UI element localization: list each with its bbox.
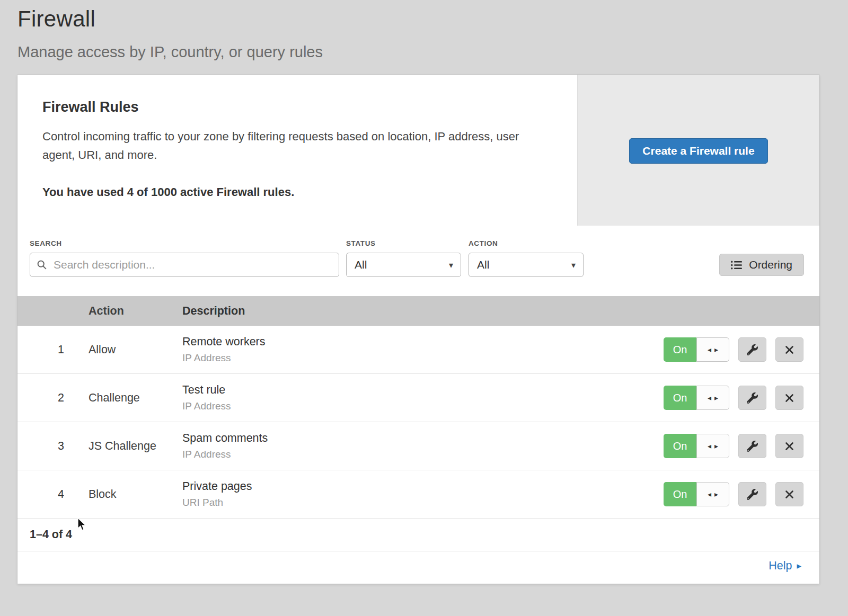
card-description: Control incoming traffic to your zone by… — [42, 127, 545, 164]
rule-action: Allow — [89, 343, 182, 356]
card-top-section: Firewall Rules Control incoming traffic … — [17, 75, 819, 226]
page-subtitle: Manage access by IP, country, or query r… — [17, 43, 831, 61]
edit-rule-button[interactable] — [738, 482, 766, 506]
wrench-icon — [747, 441, 758, 452]
table-row: 4 Block Private pages URI Path On ◂▸ — [17, 470, 819, 519]
rule-controls: On ◂▸ — [664, 482, 819, 506]
edit-rule-button[interactable] — [738, 337, 766, 362]
ordering-label: Ordering — [749, 258, 792, 271]
toggle-arrows-icon: ◂▸ — [696, 434, 729, 458]
edit-rule-button[interactable] — [738, 386, 766, 410]
help-arrow-icon: ▸ — [797, 560, 801, 572]
search-label: SEARCH — [30, 239, 339, 247]
rule-description: Private pages — [182, 480, 664, 493]
rule-match-type: IP Address — [182, 400, 664, 412]
rule-enabled-toggle[interactable]: On ◂▸ — [664, 386, 729, 410]
toggle-on-label: On — [664, 482, 696, 506]
firewall-page: Firewall Manage access by IP, country, o… — [0, 0, 848, 584]
action-select[interactable]: All ▾ — [469, 253, 584, 277]
create-firewall-rule-button[interactable]: Create a Firewall rule — [629, 138, 767, 164]
table-row: 1 Allow Remote workers IP Address On ◂▸ — [17, 326, 819, 374]
ordering-button[interactable]: Ordering — [719, 254, 804, 276]
toggle-on-label: On — [664, 386, 696, 410]
status-select-value: All — [355, 258, 367, 271]
toggle-on-label: On — [664, 337, 696, 362]
rule-controls: On ◂▸ — [664, 386, 819, 410]
delete-rule-button[interactable] — [775, 337, 803, 362]
table-row: 3 JS Challenge Spam comments IP Address … — [17, 422, 819, 470]
rule-action: Challenge — [89, 391, 182, 405]
wrench-icon — [747, 489, 758, 500]
wrench-icon — [747, 392, 758, 404]
action-select-value: All — [477, 258, 489, 271]
column-action: Action — [89, 305, 182, 318]
pagination-summary: 1–4 of 4 — [17, 519, 819, 551]
rule-number: 4 — [17, 488, 89, 501]
card-heading: Firewall Rules — [42, 99, 545, 115]
page-header: Firewall Manage access by IP, country, o… — [0, 0, 848, 75]
rule-number: 3 — [17, 440, 89, 453]
toggle-arrows-icon: ◂▸ — [696, 386, 729, 410]
rule-description: Spam comments — [182, 432, 664, 445]
rule-enabled-toggle[interactable]: On ◂▸ — [664, 434, 729, 458]
chevron-down-icon: ▾ — [449, 260, 453, 270]
action-filter: ACTION All ▾ — [469, 239, 584, 277]
x-icon — [785, 442, 794, 451]
rule-controls: On ◂▸ — [664, 434, 819, 458]
search-icon — [37, 260, 47, 270]
rule-match-type: IP Address — [182, 449, 664, 460]
filters-bar: SEARCH STATUS All ▾ — [17, 226, 819, 296]
delete-rule-button[interactable] — [775, 434, 803, 458]
card-info: Firewall Rules Control incoming traffic … — [17, 75, 577, 226]
rule-match-type: IP Address — [182, 352, 664, 364]
edit-rule-button[interactable] — [738, 434, 766, 458]
action-label: ACTION — [469, 239, 584, 247]
chevron-down-icon: ▾ — [571, 260, 576, 270]
rule-match-type: URI Path — [182, 497, 664, 508]
usage-summary: You have used 4 of 1000 active Firewall … — [42, 185, 545, 199]
pagination-range: 1–4 of 4 — [30, 528, 72, 541]
x-icon — [785, 345, 794, 354]
status-select[interactable]: All ▾ — [346, 253, 461, 277]
card-side-panel: Create a Firewall rule — [577, 75, 819, 226]
delete-rule-button[interactable] — [775, 482, 803, 506]
status-label: STATUS — [346, 239, 461, 247]
rule-enabled-toggle[interactable]: On ◂▸ — [664, 337, 729, 362]
table-header: Action Description — [17, 296, 819, 326]
page-title: Firewall — [17, 6, 831, 32]
rule-number: 1 — [17, 343, 89, 356]
help-row: Help ▸ — [17, 551, 819, 584]
toggle-arrows-icon: ◂▸ — [696, 482, 729, 506]
rule-description: Test rule — [182, 383, 664, 397]
status-filter: STATUS All ▾ — [346, 239, 461, 277]
ordering-wrap: Ordering — [719, 254, 804, 277]
wrench-icon — [747, 344, 758, 355]
search-input[interactable] — [30, 253, 339, 277]
firewall-rules-card: Firewall Rules Control incoming traffic … — [17, 75, 819, 584]
rule-enabled-toggle[interactable]: On ◂▸ — [664, 482, 729, 506]
toggle-on-label: On — [664, 434, 696, 458]
ordering-list-icon — [731, 261, 742, 270]
toggle-arrows-icon: ◂▸ — [696, 337, 729, 362]
rule-description: Remote workers — [182, 335, 664, 349]
x-icon — [785, 490, 794, 499]
rules-table: Action Description 1 Allow Remote worker… — [17, 296, 819, 584]
rule-controls: On ◂▸ — [664, 337, 819, 362]
help-label: Help — [768, 559, 792, 573]
delete-rule-button[interactable] — [775, 386, 803, 410]
rule-action: Block — [89, 488, 182, 501]
column-description: Description — [182, 305, 819, 318]
table-row: 2 Challenge Test rule IP Address On ◂▸ — [17, 374, 819, 422]
help-link[interactable]: Help ▸ — [768, 559, 801, 573]
rule-number: 2 — [17, 391, 89, 405]
x-icon — [785, 394, 794, 403]
rule-action: JS Challenge — [89, 440, 182, 453]
search-filter: SEARCH — [30, 239, 339, 277]
